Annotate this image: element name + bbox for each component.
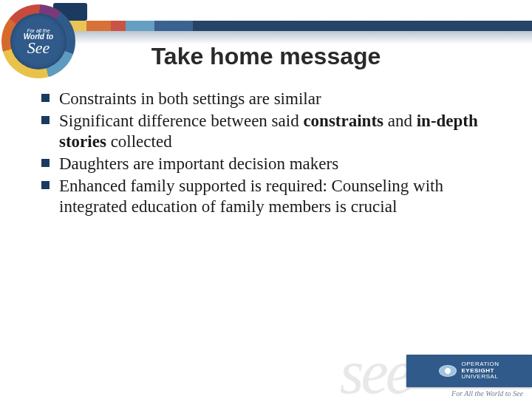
footer-bar: OPERATION EYESIGHT UNIVERSAL [406,355,532,387]
slide-title: Take home message [0,43,532,70]
bullet-item: Constraints in both settings are similar [37,89,502,109]
bullet-text-post: collected [106,132,172,151]
slide: For all the World to See Take home messa… [0,0,532,399]
bullet-text: Enhanced family supported is required: C… [59,177,443,216]
eye-icon [439,365,457,377]
footer-logo: OPERATION EYESIGHT UNIVERSAL [439,361,499,380]
body-content: Constraints in both settings are similar… [37,89,502,219]
footer-branding: see OPERATION EYESIGHT UNIVERSAL For All… [266,340,532,399]
bullet-text-mid: and [383,112,417,130]
bullet-list: Constraints in both settings are similar… [37,89,502,217]
bullet-text-pre: Significant difference between said [59,112,303,130]
bullet-item: Enhanced family supported is required: C… [37,176,502,217]
bullet-text: Daughters are important decision makers [59,154,338,173]
header-stripe [48,21,532,31]
footer-org-text: OPERATION EYESIGHT UNIVERSAL [461,361,499,380]
bullet-item: Daughters are important decision makers [37,154,502,174]
org-line3: UNIVERSAL [461,373,498,380]
watermark-see: see [340,341,410,399]
bullet-bold: constraints [303,112,383,130]
footer-tagline: For All the World to See [412,389,523,398]
bullet-item: Significant difference between said cons… [37,111,502,152]
bullet-text: Constraints in both settings are similar [59,89,321,108]
